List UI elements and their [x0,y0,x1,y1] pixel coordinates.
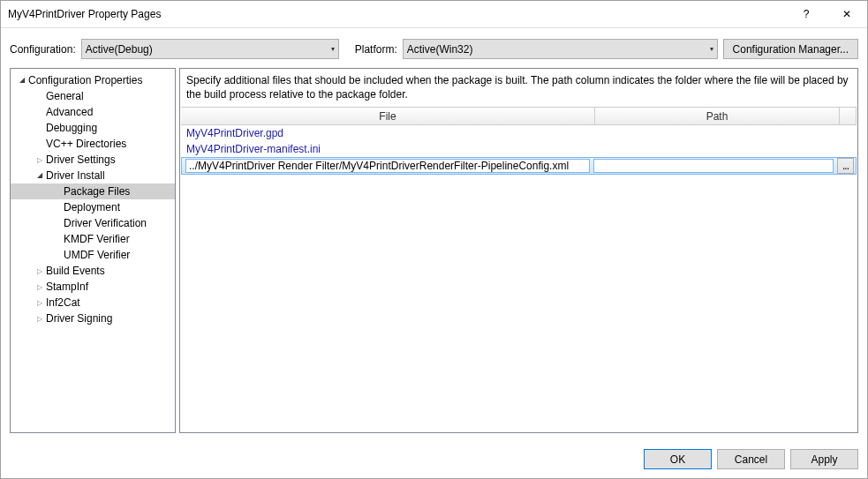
configuration-dropdown[interactable]: Active(Debug) ▾ [81,39,339,59]
cell-file: MyV4PrintDriver.gpd [181,127,595,139]
tree-item-driver-verification[interactable]: Driver Verification [11,215,175,231]
table-row-editing[interactable]: ... [181,157,857,175]
footer: OK Cancel Apply [1,442,867,478]
titlebar: MyV4PrintDriver Property Pages ? ✕ [1,1,867,28]
column-header-path[interactable]: Path [595,108,840,125]
table-row[interactable]: MyV4PrintDriver-manifest.ini [181,141,857,157]
chevron-down-icon: ▾ [710,45,713,53]
tree-item-umdf[interactable]: UMDF Verifier [11,247,175,263]
body: Configuration Properties General Advance… [1,68,867,442]
platform-dropdown[interactable]: Active(Win32) ▾ [403,39,718,59]
configuration-label: Configuration: [10,43,76,56]
dialog-window: MyV4PrintDriver Property Pages ? ✕ Confi… [0,0,868,479]
tree-item-deployment[interactable]: Deployment [11,199,175,215]
help-button[interactable]: ? [786,1,826,27]
cancel-button[interactable]: Cancel [717,449,785,469]
file-grid: File Path MyV4PrintDriver.gpd MyV4PrintD… [181,107,857,431]
apply-button[interactable]: Apply [790,449,858,469]
tree-item-build-events[interactable]: Build Events [11,263,175,279]
browse-button[interactable]: ... [837,158,854,174]
platform-value: Active(Win32) [407,43,710,56]
chevron-down-icon: ▾ [331,45,335,53]
tree-item-kmdf[interactable]: KMDF Verifier [11,231,175,247]
configuration-value: Active(Debug) [86,43,331,56]
file-input[interactable] [185,159,590,173]
expand-icon [34,156,46,164]
tree-item-vcpp[interactable]: VC++ Directories [11,136,175,152]
expand-icon [34,267,46,275]
config-toolbar: Configuration: Active(Debug) ▾ Platform:… [1,28,867,68]
configuration-manager-label: Configuration Manager... [733,43,849,56]
tree-item-stampinf[interactable]: StampInf [11,279,175,295]
column-header-action [840,108,857,125]
close-button[interactable]: ✕ [826,1,867,27]
path-input[interactable] [593,159,834,173]
grid-header: File Path [181,108,857,125]
close-icon: ✕ [842,8,851,20]
panel-description: Specify additional files that should be … [181,70,857,107]
expand-icon [16,77,28,85]
right-panel: Specify additional files that should be … [179,68,858,433]
tree-item-debugging[interactable]: Debugging [11,120,175,136]
expand-icon [34,299,46,307]
tree-item-inf2cat[interactable]: Inf2Cat [11,295,175,311]
tree-item-package-files[interactable]: Package Files [11,183,175,199]
column-header-file[interactable]: File [181,108,595,125]
expand-icon [34,172,46,180]
expand-icon [34,283,46,291]
tree-item-advanced[interactable]: Advanced [11,104,175,120]
window-title: MyV4PrintDriver Property Pages [8,8,786,20]
help-icon: ? [804,8,810,20]
tree-root[interactable]: Configuration Properties [11,72,175,88]
table-row[interactable]: MyV4PrintDriver.gpd [181,125,857,141]
ellipsis-icon: ... [842,160,849,172]
configuration-manager-button[interactable]: Configuration Manager... [723,39,858,59]
ok-button[interactable]: OK [644,449,712,469]
expand-icon [34,315,46,323]
tree-item-general[interactable]: General [11,88,175,104]
tree-panel: Configuration Properties General Advance… [10,68,176,433]
cell-file: MyV4PrintDriver-manifest.ini [181,143,595,155]
tree-item-driver-signing[interactable]: Driver Signing [11,311,175,326]
platform-label: Platform: [355,43,397,56]
tree-item-driver-install[interactable]: Driver Install [11,168,175,183]
tree-item-driver-settings[interactable]: Driver Settings [11,152,175,168]
